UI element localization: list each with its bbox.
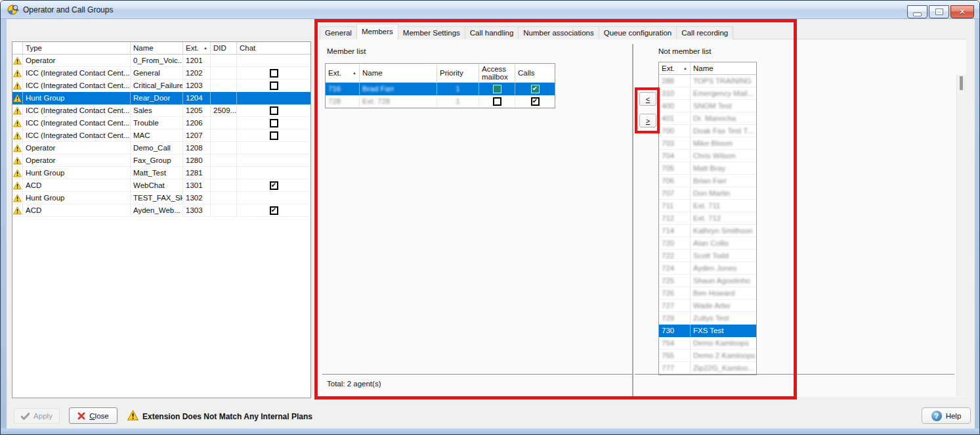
table-row[interactable]: 703Mike Bloom: [659, 137, 756, 150]
chat-checkbox[interactable]: [270, 181, 278, 190]
app-icon: [7, 4, 19, 16]
access-mailbox-checkbox[interactable]: [493, 85, 501, 93]
warning-icon: [12, 179, 23, 192]
table-row[interactable]: Operator0_From_Voic...1201: [12, 55, 310, 67]
tab-number-associations[interactable]: Number associations: [518, 26, 599, 39]
chat-checkbox[interactable]: [270, 106, 278, 115]
table-row[interactable]: 700Doak Fax Test T...: [659, 125, 756, 137]
close-window-button[interactable]: ✕: [950, 5, 974, 18]
table-row[interactable]: ICC (Integrated Contact Cent...Sales1205…: [12, 104, 310, 117]
calls-checkbox[interactable]: [531, 85, 540, 93]
table-row[interactable]: OperatorDemo_Call1208: [12, 142, 310, 154]
chat-checkbox[interactable]: [270, 131, 278, 140]
not-member-list-table: Ext.▲Name 288TOPS TRAINING310Emergency M…: [658, 62, 757, 375]
table-row[interactable]: 712Ext. 712: [659, 212, 756, 225]
warning-icon: [12, 55, 23, 67]
chat-checkbox[interactable]: [270, 119, 278, 127]
chat-checkbox[interactable]: [270, 81, 278, 90]
table-row[interactable]: Hunt GroupMatt_Test1281: [12, 167, 310, 179]
table-row[interactable]: 777Zip22G_Kamloo...: [659, 362, 756, 375]
chat-checkbox[interactable]: [270, 69, 278, 78]
table-row[interactable]: OperatorFax_Group1280: [12, 154, 310, 167]
tab-call-handling[interactable]: Call handling: [465, 26, 519, 39]
tab-queue-configuration[interactable]: Queue configuration: [599, 26, 677, 39]
table-row[interactable]: 754Demo Kamloops: [659, 337, 756, 350]
table-row[interactable]: 288TOPS TRAINING: [659, 75, 756, 87]
apply-check-icon: [21, 413, 30, 420]
table-row[interactable]: ICC (Integrated Contact Cent...General12…: [12, 67, 310, 80]
column-header-label: Ext.: [328, 69, 341, 77]
scrollbar-thumb[interactable]: [960, 76, 963, 90]
minimize-icon: [913, 12, 922, 16]
apply-label: Apply: [33, 412, 53, 420]
not-member-table-body: 288TOPS TRAINING310Emergency Mail...400S…: [659, 75, 756, 375]
groups-table-body: Operator0_From_Voic...1201ICC (Integrate…: [12, 55, 310, 217]
table-row[interactable]: Hunt GroupRear_Door1204: [12, 92, 310, 104]
table-row[interactable]: ICC (Integrated Contact Cent...Trouble12…: [12, 117, 310, 129]
calls-checkbox[interactable]: [531, 97, 540, 106]
table-row[interactable]: 727Wade Arbo: [659, 300, 756, 312]
column-header-ext-[interactable]: Ext.▲: [659, 62, 691, 75]
column-header-name[interactable]: Name: [691, 62, 756, 75]
table-row[interactable]: 711Ext. 711: [659, 200, 756, 212]
close-button[interactable]: Close: [69, 407, 117, 424]
table-row[interactable]: Hunt GroupTEST_FAX_SH...1302: [12, 192, 310, 204]
table-row[interactable]: 728Ext. 7281: [326, 95, 555, 108]
table-row[interactable]: ICC (Integrated Contact Cent...MAC1207: [12, 129, 310, 142]
table-row[interactable]: 722Scott Todd: [659, 250, 756, 262]
column-header-icon[interactable]: [12, 42, 23, 55]
help-button[interactable]: ? Help: [922, 407, 971, 424]
access-mailbox-checkbox[interactable]: [493, 97, 501, 106]
tab-member-settings[interactable]: Member Settings: [398, 26, 465, 39]
vertical-scrollbar[interactable]: [956, 75, 966, 396]
maximize-button[interactable]: [929, 5, 949, 18]
table-row[interactable]: 726Ben Howard: [659, 287, 756, 300]
table-row[interactable]: 706Brian Farr: [659, 175, 756, 187]
column-header-type[interactable]: Type: [23, 42, 131, 55]
table-row[interactable]: 707Don Martin: [659, 187, 756, 200]
table-row[interactable]: 310Emergency Mail...: [659, 87, 756, 100]
column-header-ext-[interactable]: Ext.▲: [183, 42, 211, 55]
groups-table-header: TypeNameExt.▲DIDChat: [12, 42, 310, 55]
table-row[interactable]: 704Chris Wilson: [659, 150, 756, 162]
column-header-name[interactable]: Name: [360, 64, 437, 83]
table-row[interactable]: 716Brad Farr1: [326, 83, 555, 95]
table-row[interactable]: 714Kathryn Smithson: [659, 225, 756, 237]
table-row[interactable]: 400SNOM Test: [659, 100, 756, 112]
panel-splitter[interactable]: [632, 44, 633, 396]
table-row[interactable]: ICC (Integrated Contact Cent...Critical_…: [12, 80, 310, 92]
table-row[interactable]: 725Shaun Agostinho: [659, 275, 756, 287]
table-row[interactable]: 729Zultys Test: [659, 312, 756, 325]
table-row[interactable]: 720Alan Collis: [659, 237, 756, 250]
tab-call-recording[interactable]: Call recording: [676, 26, 733, 39]
warning-icon: [12, 167, 23, 179]
tab-members[interactable]: Members: [356, 24, 398, 39]
column-header-calls[interactable]: Calls: [515, 64, 555, 83]
column-header-name[interactable]: Name: [131, 42, 183, 55]
column-header-access-mailbox[interactable]: Access mailbox: [479, 64, 515, 83]
warning-icon: [12, 104, 23, 117]
title-bar[interactable]: Operator and Call Groups ✕: [1, 1, 980, 19]
member-list-table: Ext.▲NamePriorityAccess mailboxCalls 716…: [325, 63, 555, 108]
help-icon: ?: [931, 411, 942, 421]
chat-checkbox[interactable]: [270, 206, 278, 215]
table-row[interactable]: 705Matt Bray: [659, 162, 756, 175]
add-member-button[interactable]: <: [639, 92, 656, 106]
table-row[interactable]: 730FXS Test: [659, 325, 756, 337]
column-header-chat[interactable]: Chat: [237, 42, 310, 55]
column-header-did[interactable]: DID: [211, 42, 237, 55]
warning-icon: [12, 80, 23, 92]
minimize-button[interactable]: [907, 5, 927, 18]
table-row[interactable]: ACDWebChat1301: [12, 179, 310, 192]
table-row[interactable]: 401Dr. Manocha: [659, 112, 756, 125]
remove-member-button[interactable]: >: [639, 114, 656, 127]
table-row[interactable]: 755Demo 2 Kamloops: [659, 350, 756, 362]
close-x-icon: [77, 412, 85, 420]
tab-general[interactable]: General: [320, 26, 357, 39]
column-header-ext-[interactable]: Ext.▲: [326, 64, 360, 83]
apply-button[interactable]: Apply: [14, 408, 60, 424]
table-row[interactable]: ACDAyden_Web...1303: [12, 204, 310, 217]
column-header-priority[interactable]: Priority: [437, 64, 479, 83]
table-row[interactable]: 724Ayden Jones: [659, 262, 756, 275]
warning-icon: [127, 410, 138, 421]
